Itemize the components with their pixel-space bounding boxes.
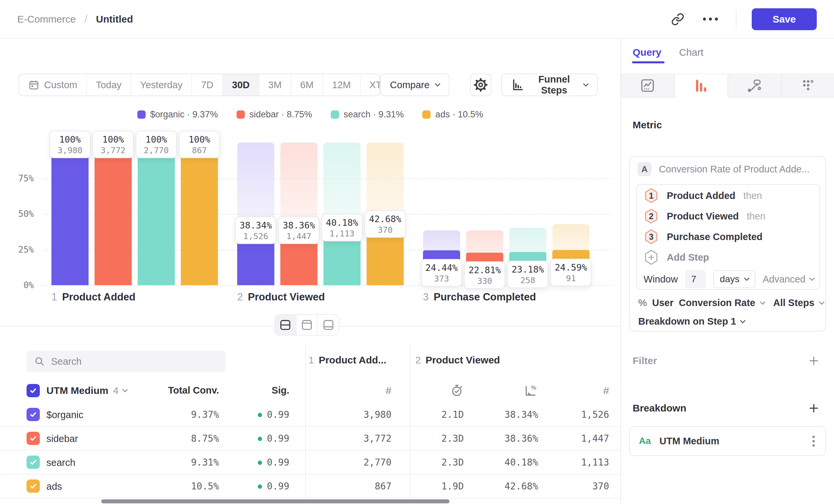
legend-swatch [137, 110, 146, 119]
legend-item-search[interactable]: search · 9.31% [331, 109, 404, 120]
tab-retention[interactable] [782, 74, 834, 97]
date-range-custom[interactable]: Custom [19, 74, 87, 95]
date-range-30d[interactable]: 30D [223, 74, 259, 95]
bar-sidebar-step1[interactable] [94, 143, 132, 285]
count-metric-icon[interactable]: # [386, 384, 392, 396]
add-breakdown-button[interactable] [807, 401, 821, 415]
sig-column-header[interactable]: Sig. [272, 378, 289, 403]
row-checkbox[interactable] [26, 456, 40, 469]
breakdown-on-step-dropdown[interactable]: Breakdown on Step 1 [638, 316, 745, 327]
kebab-menu-icon[interactable] [810, 434, 817, 449]
date-range-12m[interactable]: 12M [323, 74, 360, 95]
entity-selector[interactable]: User [652, 297, 674, 308]
breadcrumb-project[interactable]: E-Commerce [17, 14, 76, 25]
date-range-yesterday[interactable]: Yesterday [131, 74, 192, 95]
row-checkbox[interactable] [26, 479, 40, 493]
metric-letter-badge: A [638, 162, 652, 176]
toolbar-right-cluster: Compare Funnel Steps [380, 74, 598, 96]
metric-card: A Conversion Rate of Product Adde... 1Pr… [629, 156, 826, 331]
date-range-7d[interactable]: 7D [192, 74, 223, 95]
metric-title-row[interactable]: A Conversion Rate of Product Adde... [638, 162, 819, 177]
tab-query[interactable]: Query [633, 47, 661, 58]
horizontal-scrollbar-thumb[interactable] [101, 499, 449, 503]
chevron-down-icon [435, 81, 440, 87]
row-label: sidebar [46, 427, 78, 451]
bar-count: 3,980 [50, 145, 90, 155]
metric-step-2[interactable]: 2Product Viewedthen [637, 206, 819, 227]
conversion-rate-icon[interactable]: % [524, 383, 538, 398]
legend-item-sidebar[interactable]: sidebar · 8.75% [237, 109, 312, 120]
svg-text:%: % [531, 384, 536, 391]
step1-column-header[interactable]: 1 Product Add... [309, 354, 387, 366]
save-button[interactable]: Save [752, 8, 817, 30]
sig-dot-icon [258, 437, 262, 441]
bar-organic-step1[interactable] [51, 143, 89, 285]
group-label: UTM Medium [46, 385, 108, 396]
add-step-hexagon-icon [643, 249, 659, 265]
search-icon [34, 356, 45, 367]
breakdown-column-header[interactable]: UTM Medium 4 [46, 378, 127, 403]
bar-count: 1,113 [322, 229, 362, 238]
select-all-checkbox[interactable] [26, 384, 40, 397]
advanced-dropdown[interactable]: Advanced [763, 274, 814, 285]
y-axis-tick: 0% [0, 280, 34, 290]
count-metric-icon[interactable]: # [603, 384, 609, 396]
more-menu-button[interactable] [700, 15, 721, 23]
metric-type-dropdown[interactable]: Conversion Rate [679, 297, 755, 308]
step2-column-header[interactable]: 2 Product Viewed [415, 354, 500, 366]
cell-avg-time: 2.1D [442, 403, 464, 427]
report-title[interactable]: Untitled [96, 14, 133, 25]
date-range-today[interactable]: Today [87, 74, 131, 95]
time-to-convert-icon[interactable] [450, 384, 464, 397]
legend-item-ads[interactable]: ads · 10.5% [422, 109, 483, 120]
bar-value-label: 40.18%1,113 [322, 214, 363, 242]
chart-step-label-2: 2Product Viewed [237, 291, 325, 303]
window-unit-dropdown[interactable]: days [713, 270, 755, 288]
tab-funnels[interactable] [675, 74, 728, 97]
conversion-window-row: Window 7 days Advanced [637, 269, 819, 290]
bar-ads-step1[interactable] [181, 143, 218, 285]
layout-split-view[interactable] [275, 315, 297, 335]
metric-step-1[interactable]: 1Product Addedthen [637, 185, 819, 206]
date-range-xtd[interactable]: XTD [360, 74, 380, 95]
add-step-button[interactable]: Add Step [637, 247, 819, 268]
cell-step2-rate: 38.34% [505, 403, 538, 427]
chart-type-dropdown[interactable]: Funnel Steps [501, 74, 598, 96]
legend-item-organic[interactable]: $organic · 9.37% [137, 109, 218, 120]
window-label: Window [643, 274, 678, 285]
metric-step-3[interactable]: 3Purchase Completed [637, 227, 819, 247]
tab-chart[interactable]: Chart [679, 47, 703, 58]
add-filter-button[interactable] [807, 354, 821, 368]
share-link-button[interactable] [668, 10, 687, 28]
cell-step2-count: 1,447 [581, 427, 609, 451]
table-search-input[interactable]: Search [26, 351, 225, 372]
date-range-3m[interactable]: 3M [259, 74, 291, 95]
funnel-bars-icon [693, 78, 709, 93]
legend-label: ads · 10.5% [435, 109, 483, 120]
date-range-6m[interactable]: 6M [291, 74, 323, 95]
total-conv-column-header[interactable]: Total Conv. [168, 378, 219, 403]
chart-settings-button[interactable] [470, 74, 491, 96]
row-checkbox[interactable] [26, 408, 40, 421]
step-column-label: Product Add... [319, 354, 387, 366]
layout-table-only[interactable] [318, 315, 339, 335]
step-number: 1 [51, 291, 57, 303]
table-header-row: UTM Medium 4 Total Conv. Sig. # % # [0, 378, 620, 403]
window-value-input[interactable]: 7 [685, 270, 706, 288]
cell-step1-count: 3,772 [364, 427, 392, 451]
bar-search-step1[interactable] [138, 143, 175, 285]
cell-sig: 0.99 [258, 403, 289, 427]
layout-chart-only[interactable] [297, 315, 318, 335]
compare-button[interactable]: Compare [380, 74, 449, 96]
bar-count: 2,770 [136, 145, 176, 155]
flow-icon [747, 78, 762, 93]
tab-insights[interactable] [621, 74, 675, 97]
tab-flows[interactable] [728, 74, 782, 97]
step-number-hexagon: 1 [643, 188, 659, 204]
chevron-down-icon [123, 387, 128, 392]
cell-sig: 0.99 [258, 427, 289, 451]
steps-scope-dropdown[interactable]: All Steps [773, 297, 814, 308]
cell-avg-time: 1.9D [442, 475, 464, 498]
row-checkbox[interactable] [26, 432, 40, 445]
breakdown-property-card[interactable]: Aa UTM Medium [629, 426, 826, 456]
